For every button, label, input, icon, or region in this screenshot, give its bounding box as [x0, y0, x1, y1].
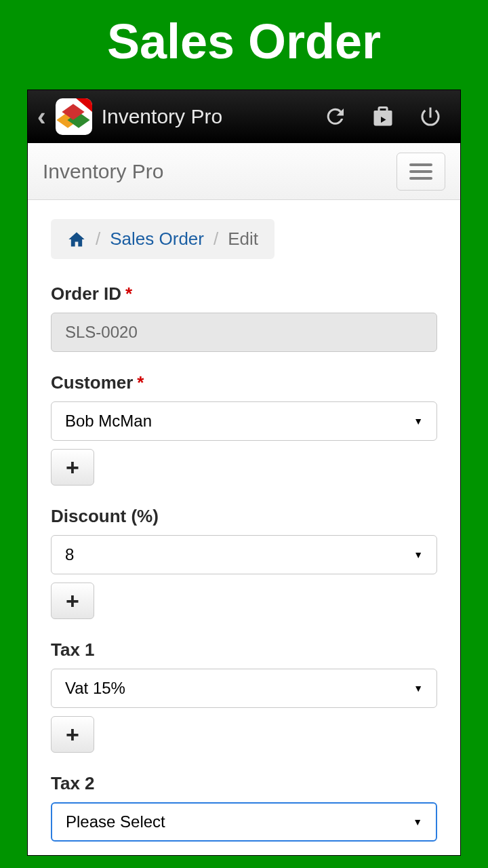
chevron-down-icon: ▼: [413, 683, 423, 694]
customer-value: Bob McMan: [65, 412, 152, 431]
customer-select[interactable]: Bob McMan ▼: [51, 401, 437, 441]
order-id-label: Order ID *: [51, 283, 437, 304]
store-icon[interactable]: [363, 96, 403, 137]
menu-toggle[interactable]: [396, 153, 445, 191]
discount-select[interactable]: 8 ▼: [51, 535, 437, 574]
app-logo: [56, 98, 92, 135]
field-tax2: Tax 2 Please Select ▼: [51, 773, 437, 842]
label-text: Tax 2: [51, 773, 95, 794]
add-discount-button[interactable]: +: [51, 583, 94, 619]
order-id-input[interactable]: SLS-0020: [51, 313, 437, 352]
appbar-title: Inventory Pro: [102, 105, 222, 128]
tax2-value: Please Select: [66, 812, 165, 831]
discount-label: Discount (%): [51, 506, 437, 527]
field-tax1: Tax 1 Vat 15% ▼ +: [51, 639, 437, 753]
app-shell: ‹ Inventory Pro Inventory Pro / Sales Or: [27, 90, 461, 856]
subheader-title: Inventory Pro: [43, 160, 163, 183]
label-text: Order ID: [51, 283, 121, 304]
order-id-value: SLS-0020: [65, 323, 138, 342]
add-tax1-button[interactable]: +: [51, 716, 94, 753]
breadcrumb-separator: /: [96, 229, 100, 250]
hero-title: Sales Order: [0, 0, 488, 90]
required-asterisk: *: [137, 372, 144, 393]
customer-label: Customer *: [51, 372, 437, 393]
breadcrumb-link[interactable]: Sales Order: [110, 229, 204, 250]
chevron-down-icon: ▼: [413, 816, 422, 827]
back-icon[interactable]: ‹: [37, 104, 46, 130]
field-discount: Discount (%) 8 ▼ +: [51, 506, 437, 619]
subheader: Inventory Pro: [28, 143, 460, 200]
tax2-select[interactable]: Please Select ▼: [51, 802, 437, 842]
home-icon[interactable]: [67, 230, 86, 249]
chevron-down-icon: ▼: [413, 549, 423, 560]
tax2-label: Tax 2: [51, 773, 437, 794]
breadcrumb: / Sales Order / Edit: [51, 219, 274, 259]
tax1-select[interactable]: Vat 15% ▼: [51, 669, 437, 708]
breadcrumb-current: Edit: [228, 229, 258, 250]
refresh-icon[interactable]: [315, 96, 356, 137]
form: Order ID * SLS-0020 Customer * Bob McMan…: [51, 283, 437, 842]
content: / Sales Order / Edit Order ID * SLS-0020…: [28, 200, 460, 856]
discount-value: 8: [65, 545, 74, 564]
power-icon[interactable]: [410, 96, 451, 137]
field-order-id: Order ID * SLS-0020: [51, 283, 437, 352]
app-bar: ‹ Inventory Pro: [28, 90, 460, 143]
field-customer: Customer * Bob McMan ▼ +: [51, 372, 437, 486]
required-asterisk: *: [125, 283, 132, 304]
breadcrumb-separator: /: [214, 229, 218, 250]
label-text: Customer: [51, 372, 133, 393]
tax1-label: Tax 1: [51, 639, 437, 660]
label-text: Tax 1: [51, 639, 95, 660]
chevron-down-icon: ▼: [413, 416, 423, 427]
tax1-value: Vat 15%: [65, 679, 125, 698]
add-customer-button[interactable]: +: [51, 449, 94, 486]
label-text: Discount (%): [51, 506, 159, 527]
